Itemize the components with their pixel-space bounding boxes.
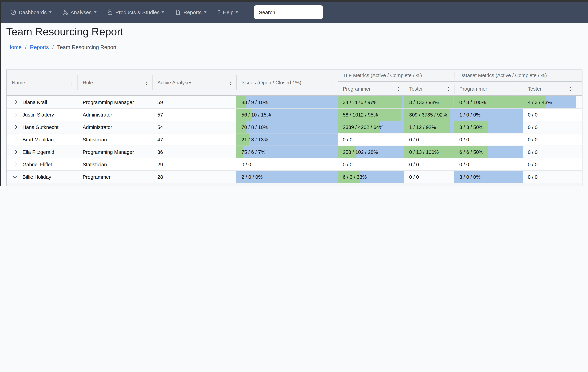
column-menu-icon[interactable]: ⋮ — [446, 86, 451, 92]
issues-cell: 21 / 3 / 13% — [236, 134, 337, 145]
active-analyses-cell: 36 — [152, 146, 236, 158]
expander-expand-icon[interactable] — [13, 150, 17, 154]
subheader-dataset-programmer[interactable]: Programmer ⋮ — [454, 82, 523, 95]
tlf-tester-cell: 309 / 3735 / 92% — [404, 109, 454, 121]
person-name: Brad Mehldau — [22, 137, 54, 142]
dataset-programmer-cell: 0 / 0 — [454, 158, 523, 170]
breadcrumb-separator: / — [25, 44, 27, 51]
filler-cell — [576, 109, 582, 121]
nav-item-dashboards[interactable]: Dashboards — [10, 9, 52, 15]
name-cell: Hans Gutknecht — [7, 121, 77, 133]
column-header-issues[interactable]: Issues (Open / Closed / %) ⋮ — [236, 70, 337, 95]
table-row: Billie HolidayProgrammer282 / 0 / 0%6 / … — [7, 171, 582, 183]
column-menu-icon[interactable]: ⋮ — [514, 86, 520, 92]
nav-item-products-studies[interactable]: Products & Studies — [107, 9, 165, 15]
table-row: Justin SlatteryAdministrator5756 / 10 / … — [7, 109, 582, 121]
nav-item-reports[interactable]: Reports — [175, 9, 207, 15]
team-table-card: Name ⋮ Role ⋮ Active Analyses ⋮ Issues (… — [6, 69, 582, 186]
person-name: Diana Krall — [22, 99, 47, 105]
expander-expand-icon[interactable] — [13, 137, 17, 142]
filler-cell — [576, 96, 582, 108]
role-cell: Programming Manager — [77, 146, 152, 158]
column-menu-icon[interactable]: ⋮ — [228, 80, 233, 85]
table-row: Gabriel FlifletStatistician290 / 00 / 00… — [7, 158, 582, 171]
name-cell: Brad Mehldau — [7, 134, 77, 145]
role-cell: Programmer — [77, 171, 152, 183]
column-menu-icon[interactable]: ⋮ — [69, 80, 74, 85]
table-row: Brad MehldauStatistician4721 / 3 / 13%0 … — [7, 134, 582, 146]
dataset-programmer-cell: 0 / 0 — [454, 134, 523, 145]
active-analyses-cell: 57 — [152, 109, 236, 121]
dataset-programmer-cell: 0 / 3 / 100% — [454, 96, 523, 108]
tlf-programmer-cell: 34 / 1176 / 97% — [337, 96, 404, 108]
column-menu-icon[interactable]: ⋮ — [144, 80, 149, 85]
column-header-role[interactable]: Role ⋮ — [77, 70, 152, 95]
role-cell: Administrator — [77, 109, 152, 121]
tlf-programmer-cell: 6 / 3 / 33% — [337, 171, 404, 183]
column-menu-icon[interactable]: ⋮ — [329, 80, 335, 85]
tlf-programmer-cell: 0 / 0 — [337, 158, 404, 170]
gauge-icon — [10, 9, 16, 15]
expander-expand-icon[interactable] — [13, 162, 17, 166]
expander-expand-icon[interactable] — [13, 100, 17, 104]
group-header-filler — [576, 70, 582, 82]
expander-expand-icon[interactable] — [13, 112, 17, 117]
tlf-tester-cell: 1 / 12 / 92% — [404, 121, 454, 133]
issues-cell: 75 / 6 / 7% — [236, 146, 337, 158]
chevron-down-icon — [162, 11, 165, 13]
column-menu-icon[interactable]: ⋮ — [396, 86, 401, 92]
expander-expand-icon[interactable] — [13, 125, 17, 129]
breadcrumb-current: Team Resourcing Report — [57, 44, 116, 51]
active-analyses-cell: 28 — [152, 171, 236, 183]
nav-item-analyses[interactable]: Analyses — [62, 9, 96, 15]
filler-cell — [576, 171, 582, 183]
page-title: Team Resourcing Report — [6, 26, 123, 38]
database-icon — [107, 9, 113, 15]
team-table-rows: Diana KrallProgramming Manager5983 / 9 /… — [7, 96, 582, 183]
name-cell: Diana Krall — [7, 96, 77, 108]
table-row: Ella FitzgeraldProgramming Manager3675 /… — [7, 146, 582, 158]
name-cell: Justin Slattery — [7, 109, 77, 121]
chevron-down-icon — [94, 11, 96, 13]
breadcrumb: Home / Reports / Team Resourcing Report — [7, 44, 116, 51]
person-name: Justin Slattery — [22, 112, 54, 117]
dataset-programmer-cell: 6 / 6 / 50% — [454, 146, 523, 158]
column-header-active-analyses[interactable]: Active Analyses ⋮ — [152, 70, 236, 95]
chevron-down-icon — [236, 11, 238, 13]
issues-cell: 2 / 0 / 0% — [236, 171, 337, 183]
role-cell: Administrator — [77, 121, 152, 133]
dataset-tester-cell: 0 / 0 — [523, 121, 576, 133]
subheader-dataset-tester[interactable]: Tester ⋮ — [523, 82, 576, 95]
tlf-tester-cell: 0 / 0 — [404, 171, 454, 183]
filler-cell — [576, 158, 582, 170]
column-menu-icon[interactable]: ⋮ — [568, 86, 573, 92]
nav-item-help[interactable]: ? Help — [217, 9, 239, 16]
group-header-dataset-metrics: Dataset Metrics (Active / Complete / %) — [454, 70, 576, 82]
subheader-tlf-programmer[interactable]: Programmer ⋮ — [337, 82, 404, 95]
active-analyses-cell: 59 — [152, 96, 236, 108]
group-header-tlf-metrics: TLF Metrics (Active / Complete / %) — [337, 70, 454, 82]
name-cell: Gabriel Fliflet — [7, 158, 77, 170]
network-icon — [62, 9, 68, 15]
tlf-programmer-cell: 0 / 0 — [337, 134, 404, 145]
tlf-tester-cell: 0 / 0 — [404, 158, 454, 170]
breadcrumb-home-link[interactable]: Home — [7, 44, 22, 51]
column-header-name[interactable]: Name ⋮ — [7, 70, 77, 95]
name-cell: Ella Fitzgerald — [7, 146, 77, 158]
filler-cell — [576, 121, 582, 133]
search-input[interactable] — [254, 5, 323, 19]
breadcrumb-reports-link[interactable]: Reports — [30, 44, 49, 51]
tlf-tester-cell: 3 / 133 / 98% — [404, 96, 454, 108]
window-top-strip — [0, 0, 588, 2]
document-icon — [175, 9, 181, 15]
active-analyses-cell: 47 — [152, 134, 236, 145]
nav-label: Dashboards — [19, 9, 47, 15]
role-cell: Statistician — [77, 134, 152, 145]
top-nav: Dashboards Analyses Products & Studies R… — [1, 2, 588, 23]
dataset-tester-cell: 4 / 3 / 43% — [523, 96, 576, 108]
expander-collapse-icon[interactable] — [13, 174, 17, 178]
window-left-strip — [0, 2, 1, 186]
tlf-programmer-cell: 2339 / 4202 / 64% — [337, 121, 404, 133]
question-icon: ? — [217, 9, 220, 16]
subheader-tlf-tester[interactable]: Tester ⋮ — [404, 82, 454, 95]
